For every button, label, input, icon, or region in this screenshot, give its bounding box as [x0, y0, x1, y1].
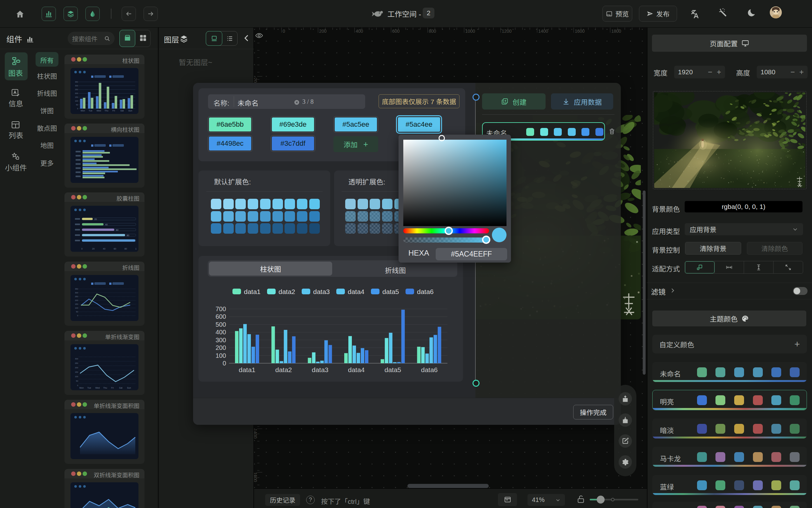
- svg-text:data5: data5: [385, 366, 401, 373]
- svg-text:Sat: Sat: [120, 110, 124, 112]
- svg-text:0: 0: [223, 360, 226, 367]
- svg-text:data3: data3: [312, 366, 329, 373]
- svg-text:20: 20: [92, 248, 95, 250]
- svg-text:50: 50: [76, 379, 78, 382]
- svg-text:250: 250: [75, 295, 78, 298]
- svg-text:300: 300: [75, 357, 78, 360]
- svg-text:Wed: Wed: [95, 387, 100, 389]
- svg-text:100: 100: [75, 375, 78, 378]
- svg-text:400: 400: [216, 329, 226, 336]
- svg-text:50: 50: [76, 103, 78, 106]
- svg-text:50: 50: [76, 310, 78, 313]
- svg-text:300: 300: [216, 337, 226, 343]
- svg-text:Sat: Sat: [119, 387, 123, 389]
- svg-text:60: 60: [116, 229, 119, 231]
- svg-text:data1: data1: [239, 366, 256, 373]
- svg-text:150: 150: [75, 95, 78, 98]
- svg-text:Fri: Fri: [113, 110, 115, 112]
- svg-text:350: 350: [75, 287, 78, 290]
- svg-text:Sun: Sun: [128, 110, 132, 112]
- svg-text:40: 40: [105, 223, 108, 226]
- svg-text:500: 500: [216, 321, 226, 328]
- svg-text:data2: data2: [275, 366, 292, 373]
- svg-text:Thu: Thu: [103, 387, 107, 389]
- svg-text:Tue: Tue: [87, 387, 91, 389]
- svg-text:100: 100: [75, 306, 78, 309]
- svg-text:200: 200: [75, 366, 78, 369]
- svg-text:Thu: Thu: [104, 110, 108, 112]
- svg-text:Fri: Fri: [111, 387, 114, 389]
- svg-text:0: 0: [81, 248, 83, 250]
- svg-text:data6: data6: [421, 366, 438, 373]
- svg-text:700: 700: [216, 305, 226, 312]
- svg-text:150: 150: [75, 371, 78, 373]
- svg-text:600: 600: [216, 313, 226, 320]
- svg-text:350: 350: [75, 80, 78, 83]
- svg-text:60: 60: [114, 248, 116, 250]
- svg-text:data4: data4: [348, 366, 365, 373]
- svg-text:200: 200: [75, 92, 78, 95]
- svg-text:200: 200: [216, 344, 226, 351]
- svg-text:20: 20: [94, 218, 97, 220]
- svg-text:Mon: Mon: [79, 387, 84, 389]
- svg-text:150: 150: [75, 303, 78, 305]
- svg-text:0: 0: [77, 314, 78, 317]
- svg-text:Wed: Wed: [96, 110, 101, 112]
- svg-text:300: 300: [75, 84, 78, 87]
- svg-text:0: 0: [77, 107, 78, 110]
- svg-text:100: 100: [216, 352, 226, 359]
- svg-text:200: 200: [75, 299, 78, 302]
- svg-text:100: 100: [135, 248, 136, 250]
- svg-text:80: 80: [127, 234, 129, 237]
- svg-text:250: 250: [75, 362, 78, 365]
- svg-text:300: 300: [75, 291, 78, 294]
- svg-text:100: 100: [75, 99, 78, 102]
- svg-text:80: 80: [125, 248, 127, 250]
- svg-text:40: 40: [103, 248, 105, 250]
- svg-text:0: 0: [77, 384, 78, 387]
- svg-text:Sun: Sun: [127, 387, 131, 389]
- svg-text:250: 250: [75, 88, 78, 91]
- svg-text:Mon: Mon: [81, 110, 85, 112]
- svg-text:Tue: Tue: [89, 110, 92, 112]
